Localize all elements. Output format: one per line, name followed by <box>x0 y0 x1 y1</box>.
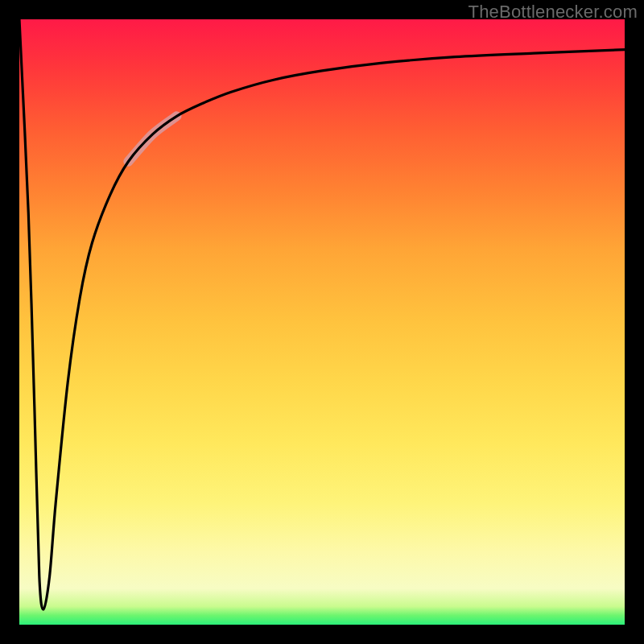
curve-layer <box>19 19 625 625</box>
chart-frame: TheBottlenecker.com <box>0 0 644 644</box>
plot-area <box>19 19 625 625</box>
highlight-band <box>128 116 176 161</box>
bottleneck-curve <box>19 19 625 609</box>
watermark-text: TheBottlenecker.com <box>469 2 638 23</box>
